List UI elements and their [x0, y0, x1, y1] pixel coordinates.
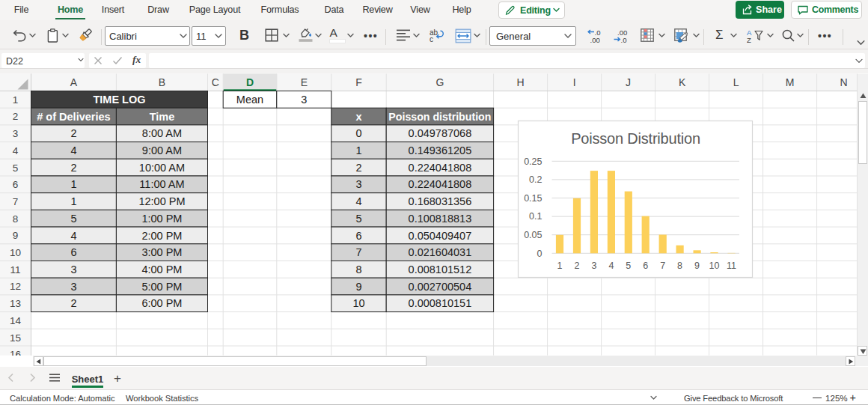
svg-text:J: J [626, 76, 631, 88]
svg-text:0.168031356: 0.168031356 [409, 195, 472, 207]
svg-text:1: 1 [13, 94, 19, 106]
svg-text:9: 9 [694, 261, 700, 271]
svg-text:4: 4 [70, 230, 76, 242]
svg-text:5:00 PM: 5:00 PM [141, 281, 182, 293]
svg-text:7: 7 [13, 196, 19, 207]
svg-text:0.1: 0.1 [529, 211, 542, 222]
svg-text:6: 6 [70, 246, 76, 258]
svg-text:4: 4 [13, 145, 19, 156]
svg-text:11:00 AM: 11:00 AM [139, 178, 184, 190]
svg-text:E: E [301, 76, 308, 88]
svg-text:N: N [840, 76, 847, 88]
svg-text:5: 5 [70, 213, 76, 225]
svg-text:11: 11 [727, 261, 736, 271]
svg-text:2: 2 [70, 127, 76, 139]
svg-text:9:00 AM: 9:00 AM [142, 144, 182, 156]
svg-text:2: 2 [13, 111, 19, 122]
svg-text:12: 12 [10, 281, 21, 292]
svg-text:TIME LOG: TIME LOG [93, 94, 145, 106]
svg-text:2: 2 [70, 162, 76, 174]
svg-text:3: 3 [301, 94, 307, 106]
svg-text:1: 1 [557, 261, 563, 271]
svg-text:0.2: 0.2 [529, 174, 542, 185]
svg-text:Mean: Mean [236, 94, 263, 106]
svg-text:8:00 AM: 8:00 AM [142, 127, 182, 139]
svg-text:1: 1 [70, 195, 76, 207]
svg-text:10: 10 [709, 261, 720, 271]
svg-text:0.000810151: 0.000810151 [409, 297, 472, 309]
svg-text:4: 4 [70, 144, 76, 156]
svg-text:9: 9 [355, 281, 361, 293]
svg-text:0.002700504: 0.002700504 [409, 281, 472, 293]
svg-text:B: B [159, 76, 165, 88]
svg-text:3: 3 [70, 281, 76, 293]
svg-text:4:00 PM: 4:00 PM [141, 264, 182, 275]
svg-text:K: K [679, 76, 686, 88]
svg-text:7: 7 [355, 246, 361, 258]
svg-text:3: 3 [355, 178, 361, 190]
svg-text:3:00 PM: 3:00 PM [141, 246, 182, 258]
svg-text:# of Deliveries: # of Deliveries [37, 111, 110, 123]
svg-text:6: 6 [355, 230, 361, 242]
svg-text:10: 10 [352, 297, 364, 309]
svg-text:1: 1 [70, 178, 76, 190]
svg-text:3: 3 [70, 264, 76, 275]
svg-text:0.15: 0.15 [524, 193, 542, 204]
svg-text:M: M [786, 76, 795, 88]
svg-text:Poisson distribution: Poisson distribution [388, 111, 491, 123]
svg-text:0.224041808: 0.224041808 [409, 162, 472, 174]
svg-text:8: 8 [13, 213, 19, 225]
svg-text:8: 8 [677, 261, 682, 271]
svg-text:L: L [733, 76, 739, 88]
svg-text:12:00 PM: 12:00 PM [138, 195, 185, 207]
svg-text:2: 2 [355, 162, 361, 174]
svg-text:0: 0 [537, 249, 542, 259]
svg-text:2:00 PM: 2:00 PM [141, 230, 182, 242]
svg-text:2: 2 [70, 297, 76, 309]
svg-text:D: D [246, 76, 254, 88]
svg-text:C: C [212, 76, 219, 88]
svg-text:11: 11 [10, 264, 20, 275]
svg-text:2: 2 [575, 261, 580, 271]
svg-text:6:00 PM: 6:00 PM [141, 297, 182, 309]
svg-text:5: 5 [355, 213, 361, 225]
svg-text:4: 4 [355, 195, 361, 207]
svg-text:1:00 PM: 1:00 PM [141, 213, 182, 225]
svg-text:0.021604031: 0.021604031 [409, 246, 472, 258]
svg-text:0.008101512: 0.008101512 [409, 264, 472, 275]
svg-text:15: 15 [10, 332, 21, 344]
svg-text:13: 13 [10, 298, 21, 309]
svg-text:x: x [355, 111, 361, 123]
svg-text:3: 3 [591, 261, 596, 271]
svg-text:0: 0 [355, 127, 361, 139]
svg-text:0.100818813: 0.100818813 [409, 213, 472, 225]
svg-text:G: G [435, 76, 444, 88]
svg-text:I: I [573, 76, 576, 88]
svg-text:5: 5 [13, 162, 19, 174]
svg-text:0.25: 0.25 [524, 156, 542, 167]
svg-text:0.149361205: 0.149361205 [409, 144, 472, 156]
svg-text:10: 10 [10, 247, 21, 258]
svg-text:8: 8 [355, 264, 361, 275]
svg-text:5: 5 [626, 261, 631, 271]
svg-text:3: 3 [13, 128, 19, 139]
svg-text:10:00 AM: 10:00 AM [139, 162, 185, 174]
svg-text:0.050409407: 0.050409407 [409, 230, 472, 242]
svg-text:6: 6 [13, 179, 19, 190]
svg-text:14: 14 [10, 315, 22, 326]
svg-text:Time: Time [150, 111, 175, 123]
svg-text:F: F [355, 76, 362, 88]
svg-text:6: 6 [643, 261, 648, 271]
svg-text:4: 4 [608, 261, 614, 271]
svg-text:9: 9 [13, 230, 19, 241]
svg-text:0.224041808: 0.224041808 [409, 178, 472, 190]
svg-text:A: A [70, 76, 78, 88]
svg-text:0.049787068: 0.049787068 [409, 127, 472, 139]
svg-text:1: 1 [355, 144, 361, 156]
svg-text:H: H [517, 76, 525, 88]
svg-text:7: 7 [660, 261, 665, 271]
svg-text:0.05: 0.05 [524, 230, 542, 240]
svg-text:Poisson Distribution: Poisson Distribution [571, 130, 700, 147]
